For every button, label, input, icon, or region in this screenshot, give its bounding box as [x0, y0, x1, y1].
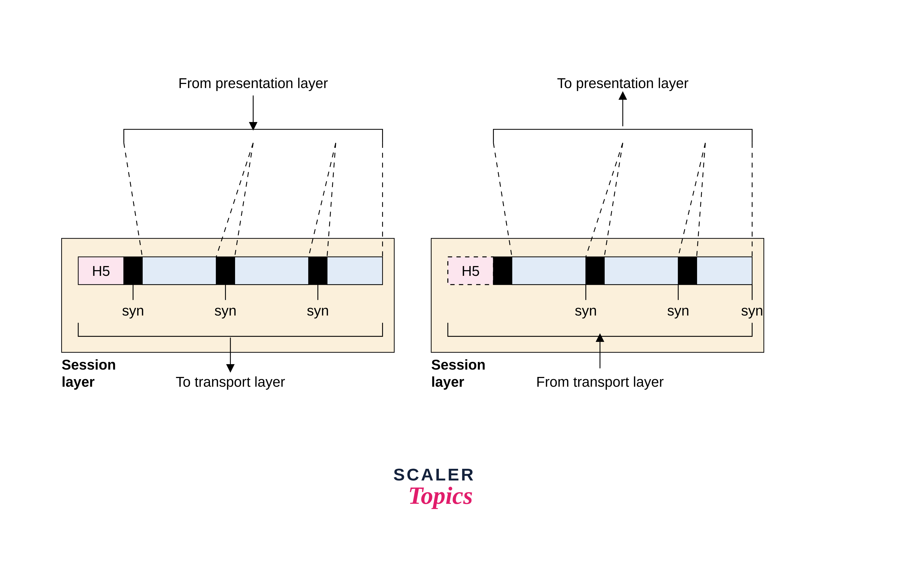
syn-marker-left-1 — [124, 257, 142, 285]
syn-label-right-2: syn — [667, 303, 689, 319]
bottom-label-right: From transport layer — [536, 374, 664, 390]
top-bracket-right — [494, 129, 752, 143]
syn-label-left-3: syn — [307, 303, 329, 319]
session-layer-box-left — [62, 238, 394, 352]
session-layer-label-left-2: layer — [62, 374, 95, 390]
session-layer-label-left-1: Session — [62, 357, 116, 373]
session-layer-label-right-1: Session — [431, 357, 486, 373]
syn-label-right-3: syn — [741, 303, 763, 319]
h5-label-right: H5 — [462, 263, 480, 279]
blue-seg-right-1 — [512, 257, 586, 285]
blue-seg-left-2 — [235, 257, 309, 285]
diagram-root: Session layer H5 syn syn syn From presen… — [0, 0, 924, 562]
syn-marker-right-3 — [678, 257, 697, 285]
top-label-left: From presentation layer — [178, 75, 328, 91]
syn-marker-left-3 — [309, 257, 327, 285]
top-bracket-left — [124, 129, 382, 143]
blue-seg-right-2 — [604, 257, 678, 285]
bottom-label-left: To transport layer — [176, 374, 285, 390]
blue-seg-left-1 — [142, 257, 216, 285]
syn-label-left-1: syn — [122, 303, 144, 319]
blue-seg-left-3 — [327, 257, 382, 285]
h5-label-left: H5 — [92, 263, 110, 279]
syn-marker-right-1 — [494, 257, 512, 285]
brand-logo: SCALER Topics — [393, 465, 476, 509]
brand-bottom: Topics — [408, 482, 472, 509]
top-label-right: To presentation layer — [557, 75, 688, 91]
right-panel: Session layer H5 syn syn syn To presenta… — [431, 75, 764, 390]
left-panel: Session layer H5 syn syn syn From presen… — [62, 75, 394, 390]
session-layer-box-right — [431, 238, 764, 352]
syn-label-right-1: syn — [575, 303, 597, 319]
blue-seg-right-3 — [697, 257, 752, 285]
syn-marker-left-2 — [216, 257, 235, 285]
session-layer-label-right-2: layer — [431, 374, 465, 390]
syn-marker-right-2 — [586, 257, 604, 285]
syn-label-left-2: syn — [214, 303, 236, 319]
brand-top: SCALER — [393, 465, 476, 484]
